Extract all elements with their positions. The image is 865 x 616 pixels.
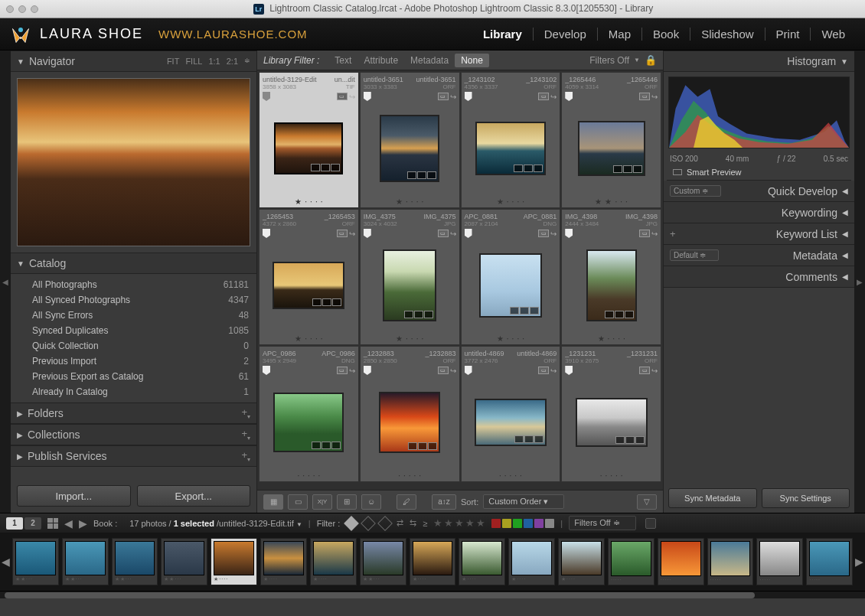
filmstrip-cell[interactable]: ·····: [756, 538, 803, 585]
rotate-icon[interactable]: ↪: [550, 230, 557, 238]
rotate-icon[interactable]: ↪: [349, 93, 355, 101]
flag-icon[interactable]: [364, 366, 371, 375]
rotate-icon[interactable]: ↪: [550, 367, 557, 375]
histogram-display[interactable]: [668, 77, 850, 148]
rotate-icon[interactable]: ↪: [450, 230, 456, 238]
traffic-lights[interactable]: [6, 5, 38, 13]
catalog-item[interactable]: All Synced Photographs4347: [11, 292, 256, 308]
scrollbar-thumb[interactable]: [5, 592, 755, 598]
rotate-icon[interactable]: ↪: [550, 93, 557, 101]
sync-settings-button[interactable]: Sync Settings: [762, 488, 850, 508]
filmstrip-cell[interactable]: ★····: [211, 538, 257, 585]
comments-panel-header[interactable]: Comments ◀: [664, 266, 854, 288]
flag-icon[interactable]: [465, 366, 472, 375]
zoom-icon[interactable]: [31, 5, 38, 13]
add-folder-button[interactable]: +▾: [241, 406, 250, 420]
close-icon[interactable]: [6, 5, 14, 13]
import-button[interactable]: Import...: [17, 485, 131, 507]
grid-cell[interactable]: _1265446_12654464059 x 3314ORF▭↪★★···: [561, 72, 661, 208]
nav-forward-button[interactable]: ▶: [79, 517, 87, 530]
flag-picked-filter[interactable]: [344, 516, 359, 531]
keyword-list-panel-header[interactable]: + Keyword List ◀: [664, 223, 854, 245]
sync-metadata-button[interactable]: Sync Metadata: [668, 488, 757, 508]
painter-tool-button[interactable]: 🖊: [397, 494, 416, 510]
grid-cell[interactable]: _1232883_12328832850 x 2850ORF▭↪·····: [360, 346, 460, 482]
navigator-preview[interactable]: [17, 78, 250, 246]
rating-stars[interactable]: ★····: [364, 196, 456, 206]
rotate-ccw-icon[interactable]: ▭: [337, 93, 348, 100]
catalog-item[interactable]: Previous Export as Catalog61: [11, 369, 256, 384]
rotate-icon[interactable]: ↪: [651, 367, 658, 375]
rating-stars[interactable]: ·····: [465, 470, 557, 480]
grid-cell[interactable]: _1243102_12431024356 x 3337ORF▭↪★····: [461, 72, 561, 208]
flag-icon[interactable]: [565, 366, 573, 375]
rating-stars[interactable]: ★····: [565, 333, 658, 343]
metadata-panel-header[interactable]: Default ≑ Metadata ◀: [664, 245, 854, 266]
module-tab-book[interactable]: Book: [642, 28, 690, 41]
rotate-ccw-icon[interactable]: ▭: [639, 230, 650, 237]
export-button[interactable]: Export...: [137, 485, 251, 507]
people-view-button[interactable]: ☺: [361, 494, 381, 510]
filmstrip-cell[interactable]: ·····: [806, 538, 853, 585]
filmstrip-cell[interactable]: ★★···: [12, 538, 59, 585]
rotate-ccw-icon[interactable]: ▭: [639, 93, 650, 100]
catalog-item[interactable]: Quick Collection0: [11, 338, 256, 354]
grid-cell[interactable]: untitled-4869untitled-48693772 x 2476ORF…: [461, 346, 561, 482]
flag-icon[interactable]: [465, 92, 472, 101]
navigator-panel-header[interactable]: ▼ Navigator FITFILL1:12:1≑: [11, 51, 256, 72]
grid-cell[interactable]: untitled-3651untitled-36513033 x 3383ORF…: [360, 72, 460, 208]
navigator-zoom-options[interactable]: FITFILL1:12:1≑: [167, 57, 250, 66]
module-tab-web[interactable]: Web: [811, 28, 856, 41]
filmstrip-cell[interactable]: ★····: [260, 538, 307, 585]
rating-stars[interactable]: ·····: [364, 470, 456, 480]
rotate-ccw-icon[interactable]: ▭: [438, 230, 449, 237]
color-swatch[interactable]: [545, 519, 554, 528]
minimize-icon[interactable]: [18, 5, 26, 13]
grid-cell[interactable]: untitled-3129-Editun...dit3858 x 3083TIF…: [259, 72, 359, 208]
catalog-panel-header[interactable]: ▼ Catalog: [11, 253, 256, 274]
module-tab-develop[interactable]: Develop: [534, 28, 598, 41]
catalog-item[interactable]: All Photographs61181: [11, 277, 256, 292]
color-swatch[interactable]: [502, 519, 511, 528]
filter-lock-button[interactable]: [645, 518, 656, 529]
flag-rejected-filter[interactable]: [377, 516, 393, 531]
flag-icon[interactable]: [465, 229, 472, 238]
filmstrip-cell[interactable]: ★★···: [161, 538, 207, 585]
flag-icon[interactable]: [263, 92, 270, 101]
filmstrip-cell[interactable]: ★····: [459, 538, 505, 585]
filmstrip-cell[interactable]: ★····: [558, 538, 605, 585]
module-tab-slideshow[interactable]: Slideshow: [690, 28, 765, 41]
filmstrip-cell[interactable]: ★····: [508, 538, 555, 585]
rotate-ccw-icon[interactable]: ▭: [639, 367, 650, 374]
rating-stars[interactable]: ·····: [263, 470, 355, 480]
lock-icon[interactable]: 🔒: [645, 54, 657, 66]
main-window-button[interactable]: 1: [6, 517, 23, 530]
flag-unflagged-filter[interactable]: [361, 516, 376, 531]
grid-cell[interactable]: APC_0986APC_09863495 x 2949DNG▭↪·····: [259, 346, 359, 482]
catalog-item[interactable]: Previous Import2: [11, 354, 256, 369]
grid-cell[interactable]: IMG_4398IMG_43982444 x 3484JPG▭↪★····: [561, 209, 661, 345]
sort-direction-button[interactable]: a↕z: [432, 494, 456, 510]
filmstrip-cell[interactable]: ★★···: [360, 538, 406, 585]
color-swatch[interactable]: [491, 519, 501, 528]
nav-zoom-fit[interactable]: FIT: [167, 57, 180, 66]
catalog-item[interactable]: All Sync Errors48: [11, 308, 256, 323]
rating-stars[interactable]: ·····: [565, 470, 658, 480]
flag-icon[interactable]: [263, 366, 270, 375]
rating-stars[interactable]: ★····: [465, 333, 557, 343]
rating-stars[interactable]: ★····: [263, 333, 355, 343]
nav-zoom-fill[interactable]: FILL: [185, 57, 202, 66]
grid-cell[interactable]: _1265453_12654534372 x 2860ORF▭↪★····: [259, 209, 359, 345]
flag-icon[interactable]: [565, 92, 573, 101]
flag-icon[interactable]: [364, 92, 371, 101]
color-label-filter[interactable]: [491, 519, 554, 528]
filmstrip-cell[interactable]: ·····: [608, 538, 654, 585]
right-collapse-button[interactable]: ▶: [854, 51, 865, 513]
rotate-ccw-icon[interactable]: ▭: [538, 367, 549, 374]
collections-panel-header[interactable]: ▶ Collections +▾: [11, 424, 256, 445]
rating-stars[interactable]: ★····: [465, 196, 557, 206]
nav-zoom-2-1[interactable]: 2:1: [227, 57, 238, 66]
filters-off-dropdown[interactable]: Filters Off: [589, 55, 629, 66]
nav-zoom-1-1[interactable]: 1:1: [208, 57, 220, 66]
color-swatch[interactable]: [524, 519, 533, 528]
